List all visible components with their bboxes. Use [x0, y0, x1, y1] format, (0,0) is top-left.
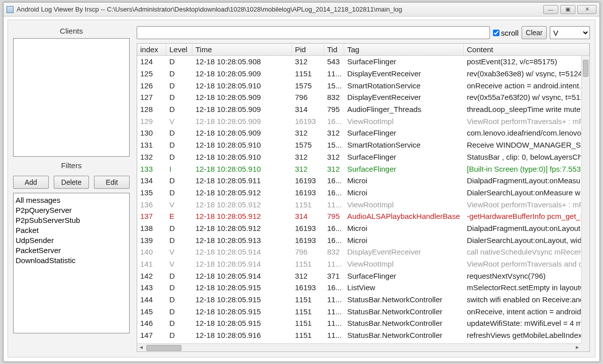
cell-time: 12-18 10:28:05.909 [192, 91, 292, 103]
cell-lvl: D [166, 139, 192, 151]
scroll-thumb[interactable] [583, 60, 588, 77]
cell-cnt: ViewRoot performTraversals+ : mFirst [464, 115, 581, 127]
add-button[interactable]: Add [13, 176, 49, 189]
vertical-scrollbar[interactable] [581, 56, 589, 343]
edit-button[interactable]: Edit [94, 176, 130, 189]
cell-pid: 1151 [292, 317, 324, 329]
log-row[interactable]: 141V12-18 10:28:05.914115111...ViewRootI… [137, 258, 581, 270]
cell-lvl: E [166, 210, 192, 222]
cell-cnt: threadLoop_sleepTime write muted d [464, 103, 581, 115]
cell-idx: 146 [137, 317, 166, 329]
log-row[interactable]: 129V12-18 10:28:05.9091619316...ViewRoot… [137, 115, 581, 127]
cell-cnt: switch wifi enabled on Receive:andro [464, 294, 581, 306]
log-row[interactable]: 140V12-18 10:28:05.914796832DisplayEvent… [137, 246, 581, 258]
grid-header[interactable]: index Level Time Pid Tid Tag Content [137, 44, 589, 56]
filter-item[interactable]: P2pSubServerStub [15, 215, 128, 225]
close-button[interactable]: ✕ [577, 5, 596, 14]
window-title: Android Log Viewer By Irscp -- C:\Users\… [17, 6, 543, 13]
cell-idx: 132 [137, 151, 166, 163]
cell-pid: 16193 [292, 187, 324, 199]
cell-tag: AudioFlinger_Threads [344, 103, 464, 115]
log-row[interactable]: 144D12-18 10:28:05.915115111...StatusBar… [137, 294, 581, 306]
col-level[interactable]: Level [166, 44, 192, 55]
log-row[interactable]: 133I12-18 10:28:05.910312312SurfaceFling… [137, 163, 581, 175]
log-row[interactable]: 135D12-18 10:28:05.9121619316...MicroiDi… [137, 187, 581, 199]
filter-item[interactable]: Packet [15, 225, 128, 235]
cell-cnt: onReceive action = android.intent.a [464, 79, 581, 91]
cell-cnt: refreshViews getMobileLabelIndex re [464, 329, 581, 341]
filter-item[interactable]: PacketServer [15, 246, 128, 256]
cell-time: 12-18 10:28:05.914 [192, 246, 292, 258]
filter-item[interactable]: DownloadStatistic [15, 256, 128, 266]
left-pane: Clients Filters Add Delete Edit All mess… [13, 25, 130, 352]
filter-item[interactable]: All messages [15, 195, 128, 205]
cell-time: 12-18 10:28:05.910 [192, 79, 292, 91]
col-content[interactable]: Content [464, 44, 589, 55]
cell-lvl: D [166, 68, 192, 80]
cell-idx: 133 [137, 163, 166, 175]
cell-pid: 312 [292, 270, 324, 282]
log-row[interactable]: 132D12-18 10:28:05.910312312SurfaceFling… [137, 151, 581, 163]
log-row[interactable]: 146D12-18 10:28:05.915115111...StatusBar… [137, 317, 581, 329]
log-row[interactable]: 139D12-18 10:28:05.9131619316...MicroiDi… [137, 234, 581, 246]
clients-list[interactable] [13, 38, 130, 157]
col-time[interactable]: Time [192, 44, 292, 55]
log-row[interactable]: 126D12-18 10:28:05.910157515...SmartRota… [137, 79, 581, 91]
cell-idx: 138 [137, 222, 166, 234]
minimize-button[interactable]: — [543, 5, 558, 14]
log-row[interactable]: 127D12-18 10:28:05.909796832DisplayEvent… [137, 91, 581, 103]
col-tid[interactable]: Tid [324, 44, 344, 55]
cell-cnt: mSelectorRect.setEmpty in layoutChi [464, 282, 581, 294]
filters-list[interactable]: All messagesP2pQueryServerP2pSubServerSt… [13, 193, 130, 333]
scroll-checkbox[interactable]: scroll [493, 29, 519, 37]
cell-tid: 11... [324, 68, 344, 80]
scroll-checkbox-input[interactable] [493, 30, 499, 36]
filters-label: Filters [13, 160, 130, 172]
level-select[interactable]: V [550, 26, 590, 39]
log-row[interactable]: 130D12-18 10:28:05.909312312SurfaceFling… [137, 127, 581, 139]
clear-button[interactable]: Clear [522, 26, 547, 39]
cell-idx: 126 [137, 79, 166, 91]
cell-tag: DisplayEventReceiver [344, 246, 464, 258]
log-row[interactable]: 125D12-18 10:28:05.909115111...DisplayEv… [137, 68, 581, 80]
cell-idx: 145 [137, 305, 166, 317]
log-row[interactable]: 143D12-18 10:28:05.9151619316...ListView… [137, 282, 581, 294]
cell-idx: 128 [137, 103, 166, 115]
filter-item[interactable]: P2pQueryServer [15, 205, 128, 215]
log-row[interactable]: 145D12-18 10:28:05.915115111...StatusBar… [137, 305, 581, 317]
cell-idx: 130 [137, 127, 166, 139]
log-row[interactable]: 137E12-18 10:28:05.912314795AudioALSAPla… [137, 210, 581, 222]
col-index[interactable]: index [137, 44, 166, 55]
filter-item[interactable]: UdpSender [15, 235, 128, 246]
titlebar[interactable]: Android Log Viewer By Irscp -- C:\Users\… [4, 3, 599, 17]
delete-button[interactable]: Delete [54, 176, 89, 189]
log-row[interactable]: 147D12-18 10:28:05.916115111...StatusBar… [137, 329, 581, 341]
cell-pid: 1151 [292, 258, 324, 270]
scroll-left-arrow-icon[interactable]: ◄ [137, 344, 145, 351]
log-row[interactable]: 136V12-18 10:28:05.912115111...ViewRootI… [137, 198, 581, 210]
cell-lvl: D [166, 282, 192, 294]
col-pid[interactable]: Pid [292, 44, 324, 55]
cell-tag: StatusBar.NetworkController [344, 294, 464, 306]
cell-tid: 16... [324, 175, 344, 187]
col-tag[interactable]: Tag [344, 44, 464, 55]
search-input[interactable] [137, 26, 490, 39]
maximize-button[interactable]: ▣ [560, 5, 575, 14]
log-row[interactable]: 131D12-18 10:28:05.910157515...SmartRota… [137, 139, 581, 151]
cell-lvl: D [166, 79, 192, 91]
cell-pid: 312 [292, 163, 324, 175]
cell-tid: 795 [324, 210, 344, 222]
cell-lvl: D [166, 294, 192, 306]
log-row[interactable]: 124D12-18 10:28:05.908312543SurfaceFling… [137, 56, 581, 68]
log-row[interactable]: 142D12-18 10:28:05.914312371SurfaceFling… [137, 270, 581, 282]
cell-cnt: call nativeScheduleVsync mReceiverl [464, 246, 581, 258]
cell-tag: StatusBar.NetworkController [344, 329, 464, 341]
cell-cnt: rev(0x55a7e63f20) w/ vsync, t=51240 [464, 91, 581, 103]
hscroll-thumb[interactable] [146, 345, 181, 351]
scroll-right-arrow-icon[interactable]: ► [573, 344, 581, 351]
horizontal-scrollbar[interactable]: ◄ ► [137, 343, 581, 351]
log-row[interactable]: 134D12-18 10:28:05.9111619316...MicroiDi… [137, 175, 581, 187]
grid-body[interactable]: 124D12-18 10:28:05.908312543SurfaceFling… [137, 56, 581, 343]
log-row[interactable]: 128D12-18 10:28:05.909314795AudioFlinger… [137, 103, 581, 115]
log-row[interactable]: 138D12-18 10:28:05.9121619316...MicroiDi… [137, 222, 581, 234]
